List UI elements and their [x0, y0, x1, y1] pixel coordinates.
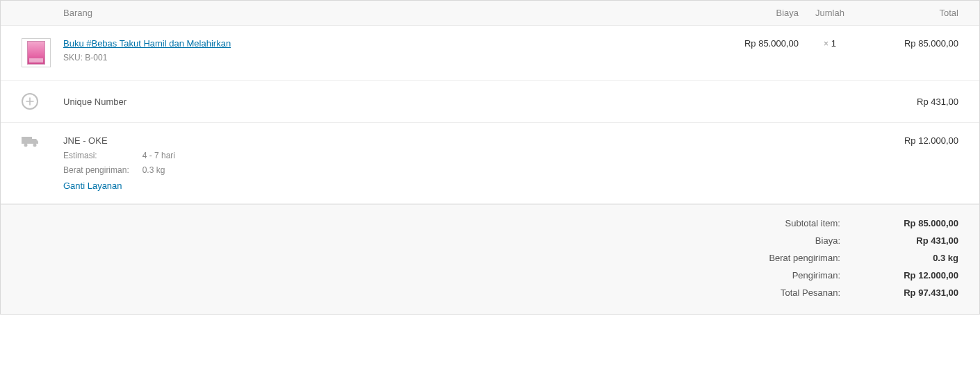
change-service-link[interactable]: Ganti Layanan — [63, 181, 122, 191]
shipping-name: JNE - OKE — [63, 135, 701, 146]
product-link[interactable]: Buku #Bebas Takut Hamil dan Melahirkan — [63, 38, 231, 49]
subtotal-value: Rp 85.000,00 — [854, 218, 958, 228]
book-icon — [27, 41, 45, 65]
product-thumbnail[interactable] — [22, 38, 51, 67]
summary-total-row: Total Pesanan: Rp 97.431,00 — [22, 284, 958, 301]
product-row: Buku #Bebas Takut Hamil dan Melahirkan S… — [1, 26, 979, 81]
summary-shipping-row: Pengiriman: Rp 12.000,00 — [22, 267, 958, 284]
summary-shipping-label: Pengiriman: — [792, 270, 840, 281]
fee-total: Rp 431,00 — [861, 97, 958, 107]
subtotal-label: Subtotal item: — [785, 218, 841, 228]
summary-shipping-value: Rp 12.000,00 — [854, 270, 958, 281]
fee-name: Unique Number — [63, 97, 701, 107]
header-item: Barang — [63, 8, 701, 18]
svg-point-2 — [33, 144, 37, 147]
fee-row: Unique Number Rp 431,00 — [1, 81, 979, 123]
estimate-value: 4 - 7 hari — [142, 151, 175, 160]
order-items-panel: Barang Biaya Jumlah Total Buku #Bebas Ta… — [0, 0, 980, 315]
fee-label: Biaya: — [815, 235, 840, 246]
summary-weight-value: 0.3 kg — [854, 253, 958, 263]
summary-fee-row: Biaya: Rp 431,00 — [22, 232, 958, 249]
plus-circle-icon — [22, 93, 38, 110]
sku-value: B-001 — [85, 53, 107, 62]
shipping-row: JNE - OKE Estimasi: 4 - 7 hari Berat pen… — [1, 123, 979, 204]
ship-weight-value: 0.3 kg — [142, 165, 165, 175]
product-sku: SKU: B-001 — [63, 53, 701, 62]
header-qty: Jumlah — [799, 8, 861, 18]
summary-weight-label: Berat pengiriman: — [769, 253, 840, 263]
summary-total-value: Rp 97.431,00 — [854, 287, 958, 298]
ship-weight-label: Berat pengiriman: — [63, 165, 140, 175]
summary-total-label: Total Pesanan: — [781, 287, 840, 298]
qty-prefix: × — [824, 39, 828, 49]
estimate-label: Estimasi: — [63, 151, 140, 160]
sku-label: SKU: — [63, 53, 83, 62]
summary-subtotal-row: Subtotal item: Rp 85.000,00 — [22, 215, 958, 232]
table-header: Barang Biaya Jumlah Total — [1, 1, 979, 26]
fee-value: Rp 431,00 — [854, 235, 958, 246]
truck-icon — [22, 135, 38, 148]
order-summary: Subtotal item: Rp 85.000,00 Biaya: Rp 43… — [1, 204, 979, 314]
svg-point-1 — [24, 144, 28, 147]
shipping-total: Rp 12.000,00 — [861, 135, 958, 146]
product-total: Rp 85.000,00 — [861, 38, 958, 49]
header-total: Total — [861, 8, 958, 18]
product-cost: Rp 85.000,00 — [701, 38, 799, 49]
product-qty: 1 — [831, 38, 836, 49]
summary-weight-row: Berat pengiriman: 0.3 kg — [22, 249, 958, 267]
svg-rect-0 — [22, 137, 32, 144]
header-cost: Biaya — [701, 8, 799, 18]
